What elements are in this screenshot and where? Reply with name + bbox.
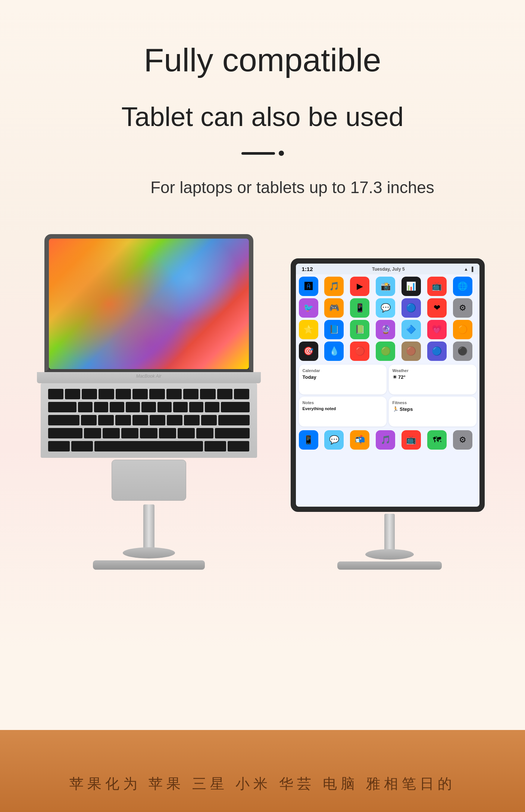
app-icon[interactable]: ⭐ [299,320,318,339]
app-icon[interactable]: 📱 [350,298,369,318]
app-icon[interactable]: 🐦 [299,298,318,318]
ipad-stand [337,514,442,570]
key [221,402,250,412]
key-row-5 [48,441,250,452]
app-icon[interactable]: 🟠 [453,320,472,339]
ipad-screen-content: 1:12 Tuesday, July 5 ▲ ▐ 🅰 🎵 [296,264,479,507]
key [205,402,219,412]
app-icon[interactable]: ⚫ [453,342,472,361]
ipad-date: Tuesday, July 5 [372,267,405,272]
app-icon[interactable]: 💬 [376,298,395,318]
key [110,402,124,412]
key [99,389,114,399]
widget-content: 🏃 Steps [393,406,473,412]
key [173,402,187,412]
ipad-stand-disc [365,549,414,560]
key [71,441,93,451]
app-icon[interactable]: 📺 [401,430,421,450]
key [200,389,215,399]
app-icon[interactable]: 🟤 [401,342,421,361]
widget-3: Notes Everything noted [299,397,387,427]
app-icon[interactable]: 🔵 [427,342,447,361]
widget-1: Calendar Today [299,365,387,394]
key [126,402,140,412]
key [48,441,70,451]
key [103,428,120,438]
app-icon[interactable]: 📘 [324,320,344,339]
app-icon[interactable]: 🔮 [376,320,395,339]
main-content: Fully compatible Tablet can also be used… [0,0,525,730]
widget-2: Weather ☀ 72° [389,365,476,394]
key [166,389,182,399]
key [178,428,195,438]
app-icon[interactable]: 📗 [350,320,369,339]
active-dot [241,152,275,155]
key [184,415,200,425]
stand-neck [143,504,154,549]
stand-disc [123,547,175,558]
app-icon[interactable]: 🅰 [299,277,318,296]
key [196,428,213,438]
app-icon[interactable]: 💗 [427,320,447,339]
widget-content: Everything noted [303,406,383,411]
macbook-screen-content [49,239,249,369]
app-icon[interactable]: 🎵 [376,430,395,450]
key [132,415,148,425]
app-icon[interactable]: 💧 [324,342,344,361]
app-icon[interactable]: 🟢 [376,342,395,361]
app-icon[interactable]: 🎵 [324,277,344,296]
app-icon[interactable]: 📬 [350,430,369,450]
key [157,402,172,412]
bottom-brands-text: 苹果化为 苹果 三星 小米 华芸 电脑 雅相笔日的 [69,774,456,793]
app-icon[interactable]: ▶ [350,277,369,296]
app-icon[interactable]: 🌐 [453,277,472,296]
app-icon[interactable]: 🔴 [350,342,369,361]
widget-content: ☀ 72° [393,374,473,380]
macbook-label: MacBook Air [37,372,261,379]
app-icon[interactable]: 📊 [401,277,421,296]
key [121,428,138,438]
widget-title: Calendar [303,368,383,373]
macbook-trackpad [112,460,186,501]
key [204,441,226,451]
app-icon[interactable]: 🔵 [401,298,421,318]
macbook-hinge: MacBook Air [37,372,261,383]
key [201,415,217,425]
keyboard-keys [41,383,257,458]
key [189,402,203,412]
inactive-dot [279,151,284,156]
wifi-icon: ▲ [464,267,468,272]
header-section: Fully compatible Tablet can also be used… [91,0,434,234]
widget-title: Weather [393,368,473,373]
app-icon[interactable]: 🔷 [401,320,421,339]
key [215,428,249,438]
ipad-device: 1:12 Tuesday, July 5 ▲ ▐ 🅰 🎵 [291,258,488,512]
key-row-1 [48,389,250,400]
app-icon[interactable]: ❤ [427,298,447,318]
ipad-stand-neck [384,514,395,551]
key [183,389,199,399]
app-icon[interactable]: 📸 [376,277,395,296]
macbook-screen [44,234,253,372]
app-icon[interactable]: 📺 [427,277,447,296]
app-icon[interactable]: 🗺 [427,430,447,450]
key [234,389,249,399]
app-icon[interactable]: ⚙ [453,298,472,318]
sub-title: Tablet can also be used [91,101,434,132]
key [141,402,156,412]
app-icon[interactable]: ⚙ [453,430,472,450]
key [218,415,250,425]
app-icon[interactable]: 🎯 [299,342,318,361]
app-icon[interactable]: 💬 [324,430,344,450]
widget-title: Notes [303,400,383,405]
key [228,441,249,451]
app-icon[interactable]: 📱 [299,430,318,450]
key [94,402,108,412]
key [132,389,148,399]
key [167,415,182,425]
key [150,415,165,425]
ipad-screen: 1:12 Tuesday, July 5 ▲ ▐ 🅰 🎵 [291,258,485,512]
spacebar-key [94,441,203,451]
app-icon[interactable]: 🎮 [324,298,344,318]
key [159,428,176,438]
